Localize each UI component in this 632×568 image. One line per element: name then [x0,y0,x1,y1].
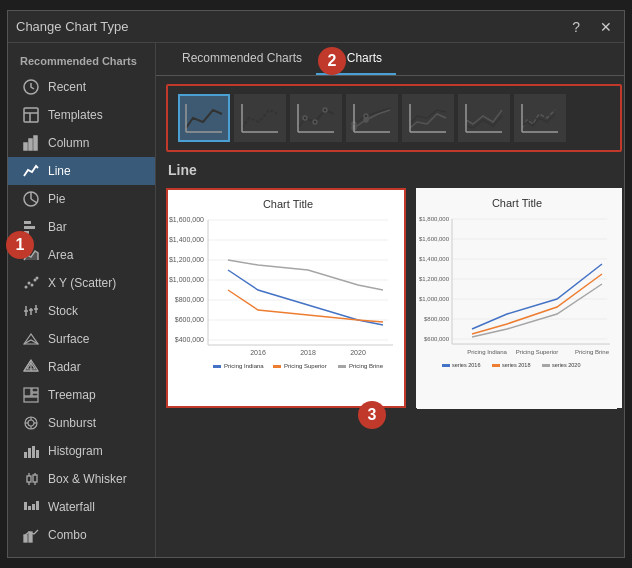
help-button[interactable]: ? [568,18,584,36]
svg-rect-37 [24,452,27,458]
sidebar-item-line[interactable]: Line [8,157,155,185]
svg-text:$1,800,000: $1,800,000 [419,216,450,222]
svg-rect-122 [442,364,450,367]
svg-rect-30 [24,397,38,402]
sidebar-item-label-sunburst: Sunburst [48,416,96,430]
svg-text:$1,600,000: $1,600,000 [169,216,204,223]
sidebar-item-sunburst[interactable]: Sunburst [8,409,155,437]
sidebar-item-surface[interactable]: Surface [8,325,155,353]
box-whisker-icon [22,470,40,488]
callout-3: 3 [358,401,386,429]
svg-text:$1,200,000: $1,200,000 [169,256,204,263]
pie-icon [22,190,40,208]
svg-rect-48 [28,506,31,510]
line-variant-4-button[interactable] [346,94,398,142]
primary-chart-preview[interactable]: Chart Title $1,600,000 [166,188,406,408]
sidebar-item-label-xy: X Y (Scatter) [48,276,116,290]
sidebar-item-column[interactable]: Column [8,129,155,157]
svg-text:$800,000: $800,000 [424,316,450,322]
section-title: Line [156,160,624,184]
titlebar-buttons: ? ✕ [568,18,616,36]
sidebar-item-label-surface: Surface [48,332,89,346]
svg-rect-47 [24,502,27,510]
svg-rect-4 [24,143,27,150]
sidebar-item-label-combo: Combo [48,528,87,542]
svg-rect-27 [24,388,31,396]
sidebar-item-label-box: Box & Whisker [48,472,127,486]
scatter-icon [22,274,40,292]
sunburst-icon [22,414,40,432]
primary-chart-svg: Chart Title $1,600,000 [168,190,406,408]
svg-point-12 [28,282,31,285]
svg-text:Pricing Brine: Pricing Brine [575,349,610,355]
sidebar-item-label-histogram: Histogram [48,444,103,458]
column-icon [22,134,40,152]
line-variant-1-button[interactable] [178,94,230,142]
sidebar-item-templates[interactable]: Templates [8,101,155,129]
line-variant-6-button[interactable] [458,94,510,142]
line-variant-5-button[interactable] [402,94,454,142]
sidebar-item-histogram[interactable]: Histogram [8,437,155,465]
svg-text:series 2018: series 2018 [502,362,530,368]
line-variant-3-button[interactable] [290,94,342,142]
close-button[interactable]: ✕ [596,18,616,36]
svg-text:$600,000: $600,000 [175,316,204,323]
svg-text:2018: 2018 [300,349,316,356]
svg-rect-40 [36,450,39,458]
svg-text:$1,600,000: $1,600,000 [419,236,450,242]
svg-text:Pricing Superior: Pricing Superior [516,349,559,355]
secondary-chart-svg: Chart Title $1,800,000 [417,189,617,409]
line-variant-2-button[interactable] [234,94,286,142]
svg-rect-39 [32,446,35,458]
chart-type-strip [166,84,622,152]
svg-text:$1,000,000: $1,000,000 [419,296,450,302]
sidebar-item-combo[interactable]: Combo [8,521,155,549]
surface-icon [22,330,40,348]
sidebar-item-waterfall[interactable]: Waterfall [8,493,155,521]
sidebar-item-label-treemap: Treemap [48,388,96,402]
dialog-title: Change Chart Type [16,19,129,34]
svg-text:Pricing Indiana: Pricing Indiana [467,349,507,355]
callout-1: 1 [6,231,34,259]
sidebar-item-radar[interactable]: Radar [8,353,155,381]
sidebar-item-label-templates: Templates [48,108,103,122]
svg-rect-97 [273,365,281,368]
dialog-body: Recommended Charts Recent [8,43,624,557]
waterfall-icon [22,498,40,516]
secondary-chart-preview[interactable]: Chart Title $1,800,000 [416,188,622,408]
sidebar-item-box[interactable]: Box & Whisker [8,465,155,493]
svg-point-65 [364,114,368,118]
radar-icon [22,358,40,376]
sidebar-item-label-line: Line [48,164,71,178]
svg-rect-6 [34,136,37,150]
svg-point-15 [36,277,39,280]
svg-text:$1,400,000: $1,400,000 [169,236,204,243]
svg-rect-29 [32,393,38,396]
sidebar-item-pie[interactable]: Pie [8,185,155,213]
callout-2: 2 [318,47,346,75]
sidebar-item-label-area: Area [48,248,73,262]
sidebar-section-header: Recommended Charts [8,51,155,73]
svg-point-13 [31,284,34,287]
svg-text:$800,000: $800,000 [175,296,204,303]
svg-text:series 2016: series 2016 [452,362,480,368]
sidebar-item-stock[interactable]: Stock [8,297,155,325]
combo-icon [22,526,40,544]
svg-rect-38 [28,448,31,458]
svg-rect-126 [542,364,550,367]
svg-rect-99 [338,365,346,368]
line-variant-7-button[interactable] [514,94,566,142]
sidebar-item-xy[interactable]: X Y (Scatter) [8,269,155,297]
treemap-icon [22,386,40,404]
svg-text:$400,000: $400,000 [175,336,204,343]
sidebar-item-label-waterfall: Waterfall [48,500,95,514]
svg-point-57 [303,116,307,120]
sidebar-item-recent[interactable]: Recent [8,73,155,101]
templates-icon [22,106,40,124]
tab-recommended[interactable]: Recommended Charts [168,43,316,75]
svg-rect-8 [24,221,31,224]
sidebar-item-label-column: Column [48,136,89,150]
sidebar-item-label-bar: Bar [48,220,67,234]
tabs: Recommended Charts All Charts [156,43,624,76]
sidebar-item-treemap[interactable]: Treemap [8,381,155,409]
